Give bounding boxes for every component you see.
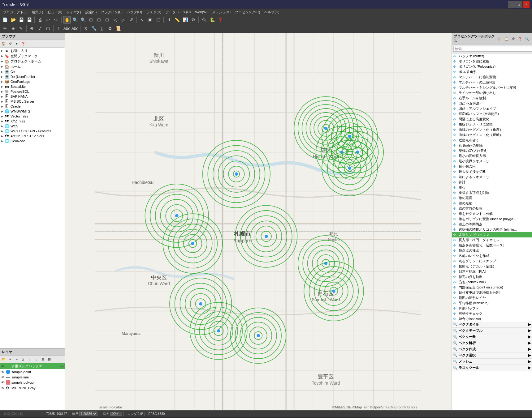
browser-item-12[interactable]: ▶🌐WMS/WMTS [1,109,64,114]
browser-item-11[interactable]: ▶🗄Oracle [1,104,64,109]
tool-item-24[interactable]: ⚙算計 [452,180,532,185]
tool-item-21[interactable]: ⚙最小包含円 [452,164,532,169]
tool-item-46[interactable]: ⚙範囲の矩形レイヤ [452,295,532,301]
menu-ラスタ[interactable]: ラスタ(R) [145,9,163,15]
save-project-button[interactable]: 💾 [17,16,25,23]
tool-item-15[interactable]: ⚙曲線のセグメント化（距離） [452,132,532,138]
menu-Web[interactable]: Web(W) [193,10,209,15]
section-5[interactable]: 🔍ベクタ選択▶ [452,352,532,359]
section-1[interactable]: 🔍ベクタテーブル▶ [452,328,532,334]
minimize-button[interactable]: — [508,1,515,8]
tool-item-22[interactable]: ⚙最大長で接を切断 [452,169,532,174]
help-button[interactable]: ❓ [216,16,224,23]
tool-item-14[interactable]: ⚙曲線のセグメント化（角度） [452,127,532,132]
layer-visibility-0[interactable]: 👁 [1,365,5,368]
processing-results-button[interactable]: 📋 [504,36,510,42]
script-button[interactable]: 📜 [114,25,122,32]
browser-item-6[interactable]: ▶📦GeoPackage [1,79,64,84]
scale-select[interactable]: 1:26356 [79,412,97,416]
tool-item-44[interactable]: ⚙内部保証点 (point on surface) [452,285,532,290]
menu-編集[interactable]: 編集(E) [30,9,45,15]
menu-設定[interactable]: 設定(S) [84,9,99,15]
tool-item-33[interactable]: ⚙選択物の隣接ポリゴンの融合 (elimin... [452,227,532,232]
zoom-full-button[interactable]: ⊞ [87,16,95,23]
search-input[interactable] [453,46,532,52]
section-2[interactable]: 🔍ベクタ一般▶ [452,334,532,340]
tool-item-35[interactable]: ⚙長方形・楕円・ダイヤモンド [452,237,532,243]
menu-データベース[interactable]: データベース(D) [164,9,192,15]
maximize-button[interactable]: □ [515,1,522,8]
browser-item-13[interactable]: ▶🗺Vector Tiles [1,114,64,119]
tool-item-9[interactable]: ⚙凹凸 (k近傍法) [452,101,532,106]
zoom-prev-button[interactable]: ◁ [111,16,119,23]
tool-item-50[interactable]: ⚙融合 (dissolve) [452,316,532,322]
save-as-button[interactable]: 💾 [25,16,33,23]
tool-item-17[interactable]: ⚙孔 (hole) の削除 [452,143,532,148]
section-7[interactable]: 🔍ラスタツール▶ [452,365,532,371]
tool-item-10[interactable]: ⚙凹凸（アルファシェイプ） [452,106,532,111]
tool-item-13[interactable]: ⚙曲線ジオメトリに変換 [452,122,532,127]
zoom-out-button[interactable]: 🔍 [79,16,87,23]
magnifier-input[interactable] [110,412,122,416]
menu-ビュー[interactable]: ビュー(V) [46,9,64,15]
plugins-button[interactable]: 🔌 [200,16,208,23]
browser-item-10[interactable]: ▶🗄MS SQL Server [1,99,64,104]
new-project-button[interactable]: 📄 [1,16,9,23]
processing-search-icon[interactable]: 🔍 [524,36,530,42]
layer-up-button[interactable]: ↑ [27,356,33,362]
browser-item-17[interactable]: ▶🗺ArcGIS REST Servers [1,134,64,139]
tool-item-38[interactable]: ⚙名前のレイヤを作成 [452,253,532,258]
add-point-button[interactable]: ⊕ [28,25,36,32]
tool-item-2[interactable]: ⚙ポリゴン化 (Polygonize) [452,64,532,69]
tool-item-48[interactable]: ⚙片側バッファ [452,306,532,311]
browser-refresh-button[interactable]: ↺ [7,41,13,47]
section-6[interactable]: 🔍メッシュ▶ [452,359,532,365]
layer-filter-button[interactable]: ⧖ [20,356,26,362]
node-button[interactable]: ◈ [9,25,17,32]
zoom-layer-button[interactable]: ⊡ [95,16,103,23]
browser-item-1[interactable]: ▶🔖空間ブックマーク [1,53,64,59]
stats-button[interactable]: 📊 [181,16,189,23]
zoom-next-button[interactable]: ▷ [119,16,127,23]
action-button[interactable]: ⚙ [189,16,197,23]
tool-item-47[interactable]: ⚙平行移動 (translate) [452,301,532,306]
layer-down-button[interactable]: ↓ [33,356,39,362]
menu-プロジェクト[interactable]: プロジェクト(J) [1,9,29,15]
select-feature-button[interactable]: ▣ [146,16,154,23]
tool-item-32[interactable]: ⚙線上の等間隔点 [452,222,532,227]
browser-item-3[interactable]: ▶🏠ホーム [1,64,64,69]
browser-item-8[interactable]: ▶🐘PostgreSQL [1,89,64,94]
layer-item-1[interactable]: 👁sample-point [0,369,65,375]
layer-item-4[interactable]: 👁⚙MIERUNE Gray [0,385,65,391]
tool-item-29[interactable]: ⚙線の方向の反転 [452,206,532,211]
tool-item-12[interactable]: ⚙間隔による高度変化 [452,117,532,122]
process-button[interactable]: ⚙ [106,25,114,32]
tool-item-36[interactable]: ⚙頂点を高密度化（辺数ベース） [452,243,532,248]
layer-visibility-1[interactable]: 👁 [1,370,5,374]
redo-button[interactable]: ↪ [52,16,60,23]
zoom-selection-button[interactable]: ⊟ [103,16,111,23]
tool-item-23[interactable]: ⚙差によるジオメトリ [452,174,532,180]
browser-item-15[interactable]: ▶🌐WCS [1,124,64,129]
map-area[interactable]: 新川 Shinkawa 北区 Kita Ward Hachibetsui 東区 … [65,33,452,410]
tool-item-25[interactable]: ⚙重心 [452,185,532,190]
layer-visibility-4[interactable]: 👁 [1,386,5,390]
menu-ベクタ[interactable]: ベクタ(O) [125,9,144,15]
zoom-in-button[interactable]: 🔍 [71,16,79,23]
tool-item-4[interactable]: ⚙マルチパートに強制変換 [452,75,532,80]
tool-item-11[interactable]: ⚙可変幅バッファ (M値使用) [452,111,532,117]
browser-item-9[interactable]: ▶🗄SAP HANA [1,94,64,99]
menu-プラグイン[interactable]: プラグイン(P) [99,9,124,15]
status-search-input[interactable] [4,412,41,416]
undo-button[interactable]: ↩ [44,16,52,23]
identify-button[interactable]: ℹ [165,16,173,23]
tool-item-43[interactable]: ⚙凸包 (convex hull) [452,279,532,285]
print-button[interactable]: 🖨 [36,16,44,23]
section-3[interactable]: 🔍ベクタ解析▶ [452,340,532,346]
browser-item-2[interactable]: ▶🏠プロジェクトホーム [1,59,64,64]
layer-add-button[interactable]: + [7,356,13,362]
tool-item-27[interactable]: ⚙線の延長 [452,195,532,201]
browser-filter-button[interactable]: ▼ [14,41,20,47]
add-poly-button[interactable]: ⬡ [44,25,52,32]
layer-collapse-all-button[interactable]: ⊟ [46,356,52,362]
